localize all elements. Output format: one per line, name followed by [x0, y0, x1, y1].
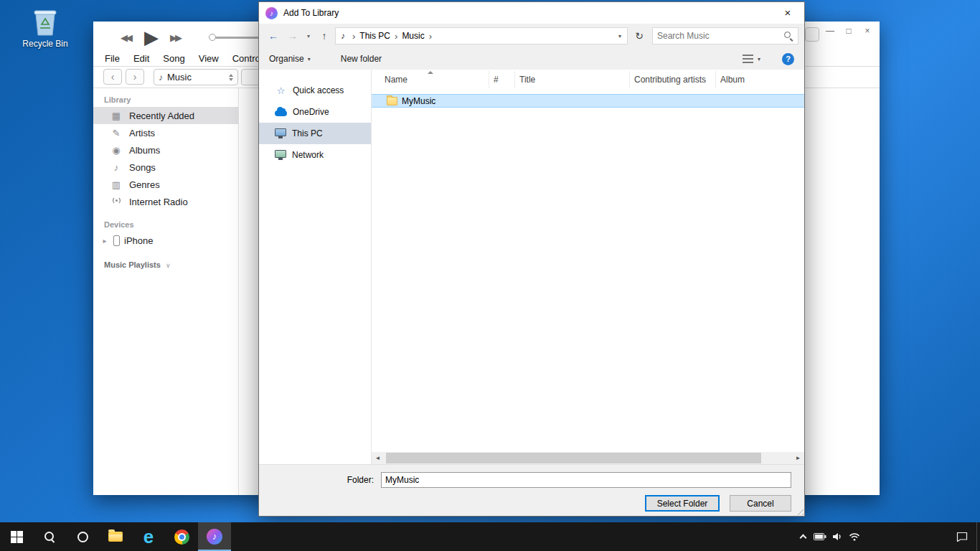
refresh-button[interactable]: ↻	[630, 30, 649, 42]
file-list: Name # Title Contributing artists Album …	[371, 70, 804, 464]
fast-forward-button[interactable]: ▶▶	[170, 32, 182, 43]
sidebar-item-albums[interactable]: ◉ Albums	[93, 141, 238, 159]
toolbar-right-controls: ▾ ?	[743, 53, 794, 65]
new-folder-button[interactable]: New folder	[341, 54, 382, 64]
cortana-button[interactable]	[66, 522, 99, 551]
change-view-icon[interactable]	[743, 55, 753, 63]
column-header-album[interactable]: Album	[716, 71, 804, 88]
forward-button[interactable]: →	[284, 30, 301, 42]
menu-view[interactable]: View	[199, 53, 219, 64]
itunes-taskbar-button[interactable]: ♪	[198, 522, 231, 551]
sidebar-item-label: Internet Radio	[129, 197, 188, 207]
history-back-button[interactable]: ‹	[103, 69, 122, 85]
folder-name-input[interactable]	[381, 472, 791, 488]
sort-ascending-icon	[428, 71, 433, 74]
dialog-titlebar[interactable]: ♪ Add To Library ×	[259, 2, 804, 24]
recently-added-icon: ▦	[110, 110, 122, 121]
sidebar-item-internet-radio[interactable]: Internet Radio	[93, 193, 238, 210]
picker-spinner[interactable]	[229, 74, 233, 81]
wifi-icon	[849, 532, 860, 541]
scroll-right-icon[interactable]: ►	[792, 452, 804, 464]
search-box[interactable]	[652, 27, 798, 44]
chevron-down-icon[interactable]: ▾	[758, 56, 760, 62]
itunes-search-box[interactable]	[805, 27, 819, 42]
breadcrumb-this-pc[interactable]: This PC	[359, 31, 391, 41]
menu-song[interactable]: Song	[163, 53, 184, 64]
start-button[interactable]	[0, 522, 33, 551]
play-button[interactable]: ▶	[144, 28, 159, 47]
close-button[interactable]: ×	[858, 23, 877, 39]
show-hidden-icons-button[interactable]	[794, 522, 811, 551]
column-header-number[interactable]: #	[489, 71, 515, 88]
sidebar-item-quick-access[interactable]: ☆ Quick access	[259, 80, 371, 101]
volume-tray-button[interactable]	[829, 522, 846, 551]
desktop: Recycle Bin ◀◀ ▶ ▶▶ — □ × File Edit Song…	[0, 0, 980, 551]
dialog-buttons: Select Folder Cancel	[645, 495, 791, 512]
menu-file[interactable]: File	[105, 53, 120, 64]
place-label: Network	[292, 150, 324, 160]
address-bar[interactable]: ♪ › This PC › Music › ▾	[335, 27, 628, 44]
sidebar-item-this-pc[interactable]: This PC	[259, 123, 371, 144]
sidebar-item-label: Artists	[129, 128, 155, 138]
file-name: MyMusic	[402, 96, 435, 106]
select-folder-button[interactable]: Select Folder	[645, 495, 720, 512]
horizontal-scrollbar[interactable]: ◄ ►	[372, 452, 804, 464]
internet-explorer-button[interactable]: e	[132, 522, 165, 551]
folder-label: Folder:	[259, 475, 381, 485]
history-forward-button[interactable]: ›	[126, 69, 144, 85]
songs-icon: ♪	[110, 162, 122, 173]
music-folder-icon: ♪	[337, 31, 349, 41]
volume-knob[interactable]	[209, 34, 216, 41]
sidebar-item-recently-added[interactable]: ▦ Recently Added	[93, 107, 238, 124]
itunes-media-controls: ◀◀ ▶ ▶▶	[121, 26, 182, 49]
minimize-button[interactable]: —	[821, 23, 839, 39]
sidebar-item-artists[interactable]: ✎ Artists	[93, 124, 238, 141]
sidebar-item-genres[interactable]: ▥ Genres	[93, 176, 238, 193]
column-header-contributing-artists[interactable]: Contributing artists	[630, 71, 716, 88]
column-headers: Name # Title Contributing artists Album	[372, 71, 804, 88]
sidebar-item-onedrive[interactable]: OneDrive	[259, 101, 371, 123]
scrollbar-thumb[interactable]	[386, 453, 761, 463]
taskbar-search-button[interactable]	[33, 522, 66, 551]
sidebar-item-label: Songs	[129, 162, 156, 173]
file-explorer-button[interactable]	[99, 522, 132, 551]
recent-locations-button[interactable]: ▾	[303, 33, 314, 39]
sidebar-item-iphone[interactable]: ▸ iPhone	[93, 232, 238, 249]
recycle-bin[interactable]: Recycle Bin	[19, 6, 72, 49]
column-header-title[interactable]: Title	[515, 71, 630, 88]
sidebar-item-songs[interactable]: ♪ Songs	[93, 159, 238, 176]
up-button[interactable]: ↑	[316, 30, 333, 42]
network-icon	[275, 150, 286, 158]
resize-grip[interactable]	[795, 507, 804, 515]
dialog-close-button[interactable]: ×	[771, 2, 804, 24]
scrollbar-track[interactable]	[384, 452, 792, 464]
back-button[interactable]: ←	[265, 30, 282, 42]
onedrive-icon	[275, 110, 287, 116]
library-picker[interactable]: ♪ Music	[154, 69, 238, 85]
maximize-button[interactable]: □	[839, 23, 858, 39]
chrome-button[interactable]	[165, 522, 198, 551]
speaker-icon	[832, 532, 842, 541]
battery-tray-button[interactable]	[811, 522, 829, 551]
address-dropdown-icon[interactable]: ▾	[614, 33, 626, 39]
playlists-header[interactable]: Music Playlists ∨	[104, 260, 238, 269]
help-button[interactable]: ?	[782, 53, 794, 65]
sidebar-item-network[interactable]: Network	[259, 144, 371, 166]
search-icon	[784, 32, 793, 41]
network-tray-button[interactable]	[846, 522, 863, 551]
recycle-bin-icon	[30, 6, 60, 37]
organise-button[interactable]: Organise ▾	[269, 54, 311, 64]
show-desktop-button[interactable]	[976, 522, 980, 551]
file-row-mymusic[interactable]: MyMusic	[372, 94, 804, 108]
breadcrumb-music[interactable]: Music	[401, 31, 425, 41]
scroll-left-icon[interactable]: ◄	[372, 452, 384, 464]
cancel-button[interactable]: Cancel	[730, 495, 791, 512]
menu-edit[interactable]: Edit	[133, 53, 149, 64]
battery-icon	[814, 533, 826, 540]
action-center-button[interactable]	[948, 522, 976, 551]
search-input[interactable]	[657, 31, 781, 41]
expander-icon[interactable]: ▸	[100, 237, 109, 245]
rewind-button[interactable]: ◀◀	[121, 32, 133, 43]
dialog-toolbar: Organise ▾ New folder ▾ ?	[259, 48, 804, 70]
tray-spacer	[863, 522, 948, 551]
